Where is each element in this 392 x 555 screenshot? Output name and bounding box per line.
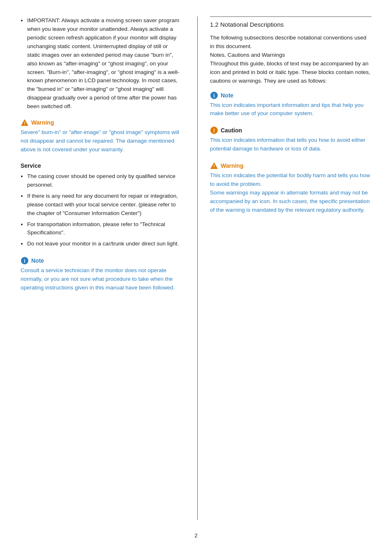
warning-header-1: ! Warning — [21, 118, 181, 127]
svg-text:!: ! — [213, 127, 215, 134]
page-number: 2 — [21, 532, 371, 539]
warning-triangle-icon-1: ! — [21, 118, 29, 127]
caution-label-right: Caution — [221, 127, 242, 134]
note-box-1: i Note Consult a service technician if t… — [21, 257, 181, 292]
note-label-1: Note — [31, 257, 44, 264]
warning-box-right: ! Warning This icon indicates the potent… — [210, 162, 371, 215]
warning-box-1: ! Warning Severe" burn-in" or "after-ima… — [21, 118, 181, 154]
svg-text:!: ! — [213, 164, 215, 169]
service-section: Service The casing cover should be opene… — [21, 162, 181, 248]
warning-triangle-icon-right: ! — [210, 162, 218, 170]
columns: IMPORTANT: Always activate a moving scre… — [21, 16, 371, 520]
caution-box-right: ! Caution This icon indicates informatio… — [210, 126, 371, 153]
caution-text-right: This icon indicates information that tel… — [210, 136, 371, 153]
note-text-right: This icon indicates important informatio… — [210, 101, 371, 118]
page: IMPORTANT: Always activate a moving scre… — [0, 0, 392, 555]
svg-text:i: i — [213, 93, 214, 99]
note-circle-icon-1: i — [21, 257, 29, 265]
svg-text:i: i — [24, 258, 25, 264]
service-list-item-4: Do not leave your monitor in a car/trunk… — [27, 240, 181, 248]
note-circle-icon-right: i — [210, 91, 218, 99]
right-intro-text: The following subsections describe notat… — [210, 34, 371, 86]
caution-header-right: ! Caution — [210, 126, 371, 134]
section-divider — [210, 16, 371, 17]
list-item: IMPORTANT: Always activate a moving scre… — [27, 16, 181, 111]
warning-label-right: Warning — [221, 162, 243, 169]
note-box-right: i Note This icon indicates important inf… — [210, 91, 371, 118]
note-text-1: Consult a service technician if the moni… — [21, 266, 181, 292]
svg-text:!: ! — [24, 121, 25, 126]
note-header-right: i Note — [210, 91, 371, 99]
service-title: Service — [21, 162, 181, 169]
warning-text-1: Severe" burn-in" or "after-image" or "gh… — [21, 128, 181, 154]
service-list-item-3: For transportation information, please r… — [27, 220, 181, 238]
warning-label-1: Warning — [31, 119, 54, 126]
left-column: IMPORTANT: Always activate a moving scre… — [21, 16, 181, 520]
warning-text-right: This icon indicates the potential for bo… — [210, 171, 371, 215]
service-list: The casing cover should be opened only b… — [21, 172, 181, 248]
note-label-right: Note — [221, 92, 233, 99]
service-list-item-2: If there is any need for any document fo… — [27, 192, 181, 218]
intro-bullet-list: IMPORTANT: Always activate a moving scre… — [21, 16, 181, 111]
warning-header-right: ! Warning — [210, 162, 371, 170]
right-section-title: 1.2 Notational Descriptions — [210, 21, 371, 28]
note-header-1: i Note — [21, 257, 181, 265]
right-column: 1.2 Notational Descriptions The followin… — [197, 16, 371, 520]
service-list-item-1: The casing cover should be opened only b… — [27, 172, 181, 190]
caution-circle-icon-right: ! — [210, 126, 218, 134]
